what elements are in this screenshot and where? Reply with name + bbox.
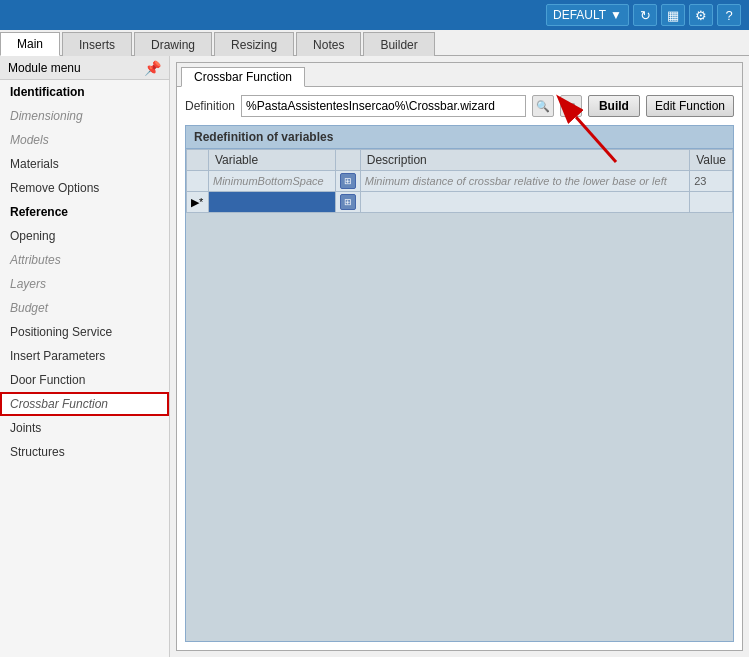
sidebar-item-joints[interactable]: Joints — [0, 416, 169, 440]
content-area: Crossbar Function Definition 🔍 ⊞ — [170, 56, 749, 657]
new-row-marker: ▶* — [191, 196, 204, 209]
sidebar-item-crossbar-function[interactable]: Crossbar Function — [0, 392, 169, 416]
sidebar-item-attributes[interactable]: Attributes — [0, 248, 169, 272]
sidebar: Module menu 📌 Identification Dimensionin… — [0, 56, 170, 657]
grid-button[interactable]: ▦ — [661, 4, 685, 26]
row-variable-icon[interactable]: ⊞ — [340, 173, 356, 189]
definition-label: Definition — [185, 99, 235, 113]
col-header-select — [187, 150, 209, 171]
new-row-icon-cell[interactable]: ⊞ — [335, 192, 360, 213]
crossbar-function-panel: Crossbar Function Definition 🔍 ⊞ — [176, 62, 743, 651]
tab-notes[interactable]: Notes — [296, 32, 361, 56]
top-bar: DEFAULT ▼ ↻ ▦ ⚙ ? — [0, 0, 749, 30]
content-wrapper: Crossbar Function Definition 🔍 ⊞ — [176, 62, 743, 651]
build-button[interactable]: Build — [588, 95, 640, 117]
refresh-icon: ↻ — [640, 8, 651, 23]
gear-button[interactable]: ⚙ — [689, 4, 713, 26]
profile-dropdown[interactable]: DEFAULT ▼ — [546, 4, 629, 26]
pin-icon[interactable]: 📌 — [144, 60, 161, 76]
redefinition-header: Redefinition of variables — [186, 126, 733, 149]
col-header-icon — [335, 150, 360, 171]
row-description-cell: Minimum distance of crossbar relative to… — [360, 171, 689, 192]
tab-drawing[interactable]: Drawing — [134, 32, 212, 56]
sidebar-header: Module menu 📌 — [0, 56, 169, 80]
sidebar-item-structures[interactable]: Structures — [0, 440, 169, 464]
sidebar-item-materials[interactable]: Materials — [0, 152, 169, 176]
sidebar-item-budget[interactable]: Budget — [0, 296, 169, 320]
sidebar-item-layers[interactable]: Layers — [0, 272, 169, 296]
edit-function-button[interactable]: Edit Function — [646, 95, 734, 117]
col-header-variable: Variable — [209, 150, 336, 171]
browse-button[interactable]: 🔍 — [532, 95, 554, 117]
row-value-cell: 23 — [690, 171, 733, 192]
table-row: MinimumBottomSpace ⊞ Minimum distance of… — [187, 171, 733, 192]
sidebar-item-reference[interactable]: Reference — [0, 200, 169, 224]
sidebar-title: Module menu — [8, 61, 81, 75]
new-row-value-cell — [690, 192, 733, 213]
tab-builder[interactable]: Builder — [363, 32, 434, 56]
profile-label: DEFAULT — [553, 8, 606, 22]
definition-row: Definition 🔍 ⊞ Build Edit Function — [185, 95, 734, 117]
browse-icon: 🔍 — [536, 100, 550, 113]
sidebar-item-dimensioning[interactable]: Dimensioning — [0, 104, 169, 128]
row-icon-cell[interactable]: ⊞ — [335, 171, 360, 192]
sidebar-list: Identification Dimensioning Models Mater… — [0, 80, 169, 657]
sidebar-item-identification[interactable]: Identification — [0, 80, 169, 104]
sidebar-item-remove-options[interactable]: Remove Options — [0, 176, 169, 200]
new-row-icon[interactable]: ⊞ — [340, 194, 356, 210]
row-variable-cell: MinimumBottomSpace — [209, 171, 336, 192]
tab-inserts[interactable]: Inserts — [62, 32, 132, 56]
row-select-cell — [187, 171, 209, 192]
new-table-row: ▶* ⊞ — [187, 192, 733, 213]
dropdown-arrow-icon: ▼ — [610, 8, 622, 22]
sidebar-item-door-function[interactable]: Door Function — [0, 368, 169, 392]
sidebar-item-positioning-service[interactable]: Positioning Service — [0, 320, 169, 344]
definition-input[interactable] — [241, 95, 526, 117]
main-tab-bar: Main Inserts Drawing Resizing Notes Buil… — [0, 30, 749, 56]
col-header-value: Value — [690, 150, 733, 171]
new-row-marker-cell: ▶* — [187, 192, 209, 213]
gear-icon: ⚙ — [695, 8, 707, 23]
refresh-button[interactable]: ↻ — [633, 4, 657, 26]
new-row-variable-cell[interactable] — [209, 192, 336, 213]
new-row-description-cell — [360, 192, 689, 213]
panel-body: Definition 🔍 ⊞ Build Edit Function — [177, 87, 742, 650]
col-header-description: Description — [360, 150, 689, 171]
redefinition-table-container: Variable Description Value — [186, 149, 733, 641]
tab-main[interactable]: Main — [0, 32, 60, 56]
grid-icon: ▦ — [667, 8, 679, 23]
wizard-icon: ⊞ — [567, 101, 575, 112]
sidebar-item-opening[interactable]: Opening — [0, 224, 169, 248]
main-layout: Module menu 📌 Identification Dimensionin… — [0, 56, 749, 657]
sidebar-item-insert-parameters[interactable]: Insert Parameters — [0, 344, 169, 368]
redefinition-panel: Redefinition of variables Variable Descr… — [185, 125, 734, 642]
redefinition-table: Variable Description Value — [186, 149, 733, 213]
tab-resizing[interactable]: Resizing — [214, 32, 294, 56]
panel-tab-bar: Crossbar Function — [177, 63, 742, 87]
help-button[interactable]: ? — [717, 4, 741, 26]
wizard-button[interactable]: ⊞ — [560, 95, 582, 117]
panel-tab-crossbar-function[interactable]: Crossbar Function — [181, 67, 305, 87]
sidebar-item-models[interactable]: Models — [0, 128, 169, 152]
help-icon: ? — [725, 8, 732, 23]
